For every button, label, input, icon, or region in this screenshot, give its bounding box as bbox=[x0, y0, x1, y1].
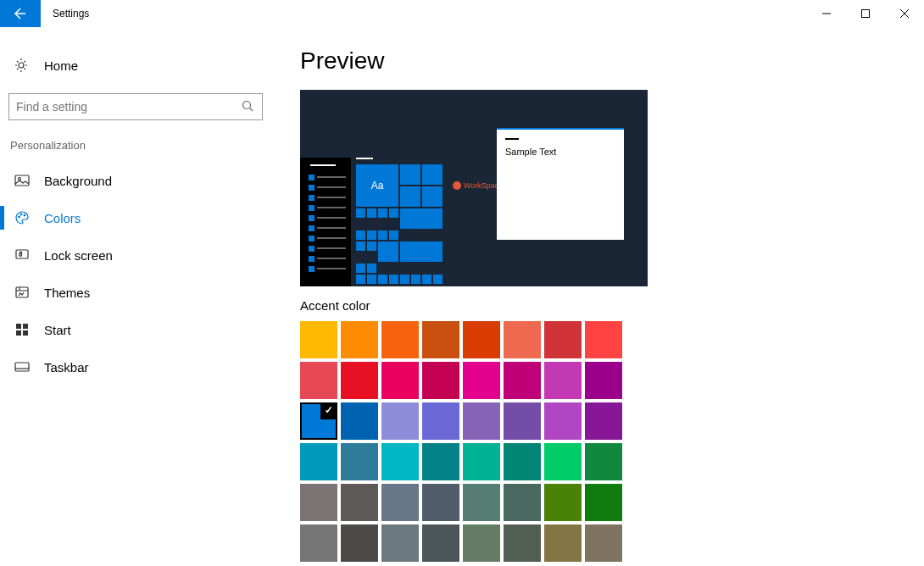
color-swatch[interactable] bbox=[585, 362, 622, 399]
color-swatch[interactable] bbox=[504, 443, 541, 480]
color-swatch[interactable] bbox=[544, 484, 582, 521]
taskbar-icon bbox=[14, 358, 31, 375]
color-swatch[interactable] bbox=[381, 443, 419, 480]
nav-label: Background bbox=[44, 174, 112, 188]
svg-rect-18 bbox=[23, 330, 28, 336]
accent-color-label: Accent color bbox=[300, 298, 916, 313]
color-swatch[interactable] bbox=[300, 321, 337, 358]
svg-rect-19 bbox=[15, 363, 29, 371]
color-swatch[interactable] bbox=[381, 484, 419, 521]
color-swatch[interactable] bbox=[422, 321, 459, 358]
color-swatch[interactable] bbox=[341, 524, 378, 562]
color-swatch[interactable] bbox=[504, 402, 541, 440]
home-button[interactable]: Home bbox=[8, 51, 280, 80]
preview-tiles: Aa bbox=[356, 158, 443, 284]
search-input[interactable] bbox=[16, 100, 242, 114]
color-swatch[interactable] bbox=[585, 484, 622, 521]
color-swatch[interactable] bbox=[422, 362, 459, 399]
nav-label: Taskbar bbox=[44, 360, 89, 375]
color-swatch[interactable] bbox=[422, 484, 459, 521]
sample-text: Sample Text bbox=[505, 147, 615, 157]
color-swatch[interactable] bbox=[341, 443, 378, 480]
window-title: Settings bbox=[53, 8, 89, 19]
color-swatch[interactable] bbox=[504, 362, 541, 399]
color-swatch[interactable] bbox=[422, 402, 459, 440]
color-swatch[interactable] bbox=[381, 524, 419, 562]
color-swatch[interactable] bbox=[463, 402, 500, 440]
color-swatch[interactable] bbox=[422, 524, 459, 562]
color-swatch[interactable] bbox=[463, 524, 500, 562]
color-swatch[interactable] bbox=[544, 402, 582, 440]
nav-taskbar[interactable]: Taskbar bbox=[8, 348, 280, 386]
svg-rect-14 bbox=[16, 287, 28, 297]
picture-icon bbox=[14, 172, 31, 189]
svg-line-6 bbox=[250, 108, 253, 112]
color-swatch[interactable] bbox=[504, 524, 541, 562]
nav-label: Start bbox=[44, 323, 71, 337]
preview-taskbar bbox=[300, 158, 351, 286]
svg-rect-17 bbox=[16, 330, 21, 336]
nav-background[interactable]: Background bbox=[8, 162, 280, 199]
svg-point-8 bbox=[19, 178, 21, 180]
back-button[interactable] bbox=[0, 0, 41, 27]
color-swatch[interactable] bbox=[585, 524, 622, 562]
color-swatch[interactable] bbox=[341, 484, 378, 521]
close-button[interactable] bbox=[885, 0, 924, 27]
search-box[interactable] bbox=[8, 93, 263, 120]
color-swatch[interactable] bbox=[381, 321, 419, 358]
nav-label: Colors bbox=[44, 211, 81, 225]
home-label: Home bbox=[44, 58, 78, 73]
color-swatch[interactable] bbox=[422, 443, 459, 480]
minimize-button[interactable] bbox=[807, 0, 846, 27]
color-swatch[interactable] bbox=[300, 443, 337, 480]
sidebar: Home Personalization Background Colors L… bbox=[8, 27, 280, 562]
palette-icon bbox=[14, 209, 31, 226]
section-header: Personalization bbox=[10, 139, 280, 152]
svg-rect-1 bbox=[862, 10, 870, 18]
svg-point-4 bbox=[19, 63, 24, 68]
color-swatch[interactable] bbox=[544, 321, 582, 358]
color-swatch[interactable] bbox=[544, 443, 582, 480]
color-swatch[interactable] bbox=[300, 362, 337, 399]
nav-themes[interactable]: Themes bbox=[8, 274, 280, 311]
nav-colors[interactable]: Colors bbox=[8, 199, 280, 236]
svg-rect-7 bbox=[15, 175, 29, 186]
color-swatch[interactable] bbox=[341, 362, 378, 399]
color-swatch[interactable] bbox=[544, 362, 582, 399]
color-swatch[interactable] bbox=[544, 524, 582, 562]
color-swatch[interactable] bbox=[341, 321, 378, 358]
lock-icon bbox=[14, 247, 31, 264]
svg-point-5 bbox=[243, 102, 251, 109]
search-icon bbox=[242, 100, 255, 114]
color-swatch[interactable] bbox=[463, 443, 500, 480]
nav-lockscreen[interactable]: Lock screen bbox=[8, 236, 280, 274]
color-swatch[interactable] bbox=[585, 321, 622, 358]
color-swatch[interactable] bbox=[463, 362, 500, 399]
nav-label: Themes bbox=[44, 286, 90, 300]
color-swatch[interactable] bbox=[341, 402, 378, 440]
color-swatch[interactable] bbox=[504, 321, 541, 358]
theme-icon bbox=[14, 284, 31, 301]
svg-rect-16 bbox=[23, 324, 28, 329]
color-swatch[interactable] bbox=[463, 484, 500, 521]
svg-point-10 bbox=[20, 214, 22, 215]
color-swatch[interactable] bbox=[585, 402, 622, 440]
color-swatch[interactable] bbox=[381, 402, 419, 440]
page-heading: Preview bbox=[300, 47, 916, 75]
svg-rect-15 bbox=[16, 324, 21, 329]
color-swatch[interactable] bbox=[585, 443, 622, 480]
color-swatch[interactable] bbox=[300, 524, 337, 562]
preview-sample-window: Sample Text bbox=[497, 128, 624, 240]
maximize-button[interactable] bbox=[846, 0, 885, 27]
color-swatch[interactable] bbox=[300, 402, 337, 440]
color-swatch[interactable] bbox=[463, 321, 500, 358]
nav-start[interactable]: Start bbox=[8, 311, 280, 348]
color-swatch[interactable] bbox=[504, 484, 541, 521]
main-content: Preview Aa bbox=[280, 27, 916, 562]
preview-aa-tile: Aa bbox=[356, 164, 398, 207]
svg-point-9 bbox=[19, 216, 20, 218]
color-swatch[interactable] bbox=[300, 484, 337, 521]
start-icon bbox=[14, 321, 31, 338]
nav-label: Lock screen bbox=[44, 248, 113, 263]
color-swatch[interactable] bbox=[381, 362, 419, 399]
